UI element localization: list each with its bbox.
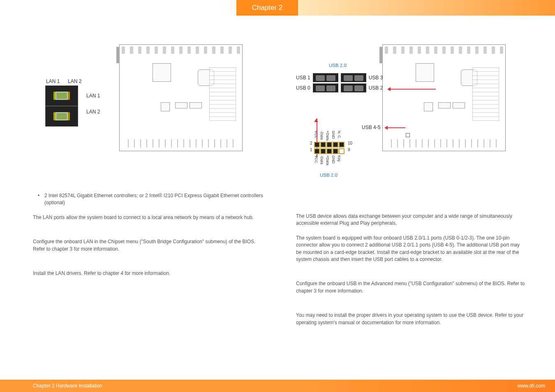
footer-chapter-text: Chapter 2 Hardware Installation — [33, 383, 102, 389]
usb45-header-location — [406, 133, 410, 137]
usb45-arrow-h — [386, 127, 405, 128]
lan1-port-img — [45, 85, 78, 106]
lan2-port-img — [45, 106, 78, 127]
usb-upper-left-img — [313, 73, 338, 82]
footer-url-text: www.dfi.com — [518, 383, 545, 389]
pin-number-2: 2 — [310, 141, 312, 145]
usb-lower-left-img — [313, 83, 338, 92]
pinlabels-top: VCC -Data +Data GND N. C. — [314, 131, 341, 141]
usb2-label: USB 2 — [369, 85, 383, 91]
pin-ndata-bot: -Data — [320, 155, 324, 165]
usb-lower-right-img — [341, 83, 366, 92]
pin-nc-top: N. C. — [337, 131, 341, 141]
pin-number-10: 10 — [348, 141, 352, 145]
lan-board-figure: LAN 1 LAN 2 LAN 1 LAN 2 — [33, 44, 243, 159]
usb-para-ports: The system board is equipped with four o… — [296, 235, 526, 263]
pin-vcc-top: VCC — [314, 131, 318, 141]
motherboard-diagram-left — [119, 44, 243, 151]
usb-para-drivers: You may need to install the proper drive… — [296, 312, 526, 326]
footer-bar: Chapter 2 Hardware Installation www.dfi.… — [0, 380, 555, 392]
pin-gnd-bot: GND — [331, 155, 335, 165]
pinlabels-bottom: VCC -Data +Data GND Key — [314, 155, 341, 165]
usb-port-photo: USB 1 USB 3 USB 0 USB 2 — [296, 73, 383, 92]
lan1-label-top: LAN 1 — [46, 78, 60, 84]
usb20-label-top: USB 2.0 — [329, 63, 347, 68]
pin-key-bot: Key — [337, 155, 341, 165]
usb20-label-bottom: USB 2.0 — [320, 173, 338, 178]
usb-upper-right-img — [341, 73, 366, 82]
lan-para-bios: Configure the onboard LAN in the Chipset… — [33, 238, 263, 253]
pin-pdata-bot: +Data — [326, 155, 329, 165]
usb-onboard-arrow — [388, 89, 436, 90]
usb-header-pinout: VCC -Data +Data GND N. C. 2 1 10 — [314, 141, 345, 155]
page-header-band: Chapter 2 — [0, 0, 555, 16]
chapter-tab: Chapter 2 — [236, 0, 298, 16]
usb45-arrow-up-head — [314, 117, 318, 122]
lan-para-drivers: Install the LAN drivers. Refer to chapte… — [33, 270, 263, 277]
usb-para-bios: Configure the onboard USB in the Advance… — [296, 280, 526, 295]
lan-controllers-bullet: 2 Intel 82574L Gigabit Ethernet controll… — [33, 192, 263, 207]
lan-port-photo — [45, 85, 78, 127]
lan1-pointer: LAN 1 — [86, 93, 100, 99]
pin-number-1: 1 — [310, 148, 312, 152]
pin-number-9: 9 — [348, 148, 350, 152]
pin-pdata-top: +Data — [326, 131, 329, 141]
usb-para-intro: The USB device allows data exchange betw… — [296, 213, 526, 227]
usb1-label: USB 1 — [296, 75, 310, 81]
pin-vcc-bot: VCC — [314, 155, 318, 165]
right-column: USB 2.0 USB 1 USB 3 USB 0 USB 2 USB 4-5 — [296, 44, 526, 334]
pin-ndata-top: -Data — [320, 131, 324, 141]
left-column: LAN 1 LAN 2 LAN 1 LAN 2 2 Intel 82574L G… — [33, 44, 263, 334]
motherboard-diagram-right — [382, 44, 506, 151]
lan2-pointer: LAN 2 — [86, 109, 100, 115]
pin-gnd-top: GND — [331, 131, 335, 141]
usb45-label: USB 4-5 — [362, 125, 380, 130]
usb3-label: USB 3 — [369, 75, 383, 81]
usb0-label: USB 0 — [296, 85, 310, 91]
lan2-label-top: LAN 2 — [68, 78, 81, 84]
usb-board-figure: USB 2.0 USB 1 USB 3 USB 0 USB 2 USB 4-5 — [296, 44, 506, 180]
lan-para-connect: The LAN ports allow the system board to … — [33, 214, 263, 221]
